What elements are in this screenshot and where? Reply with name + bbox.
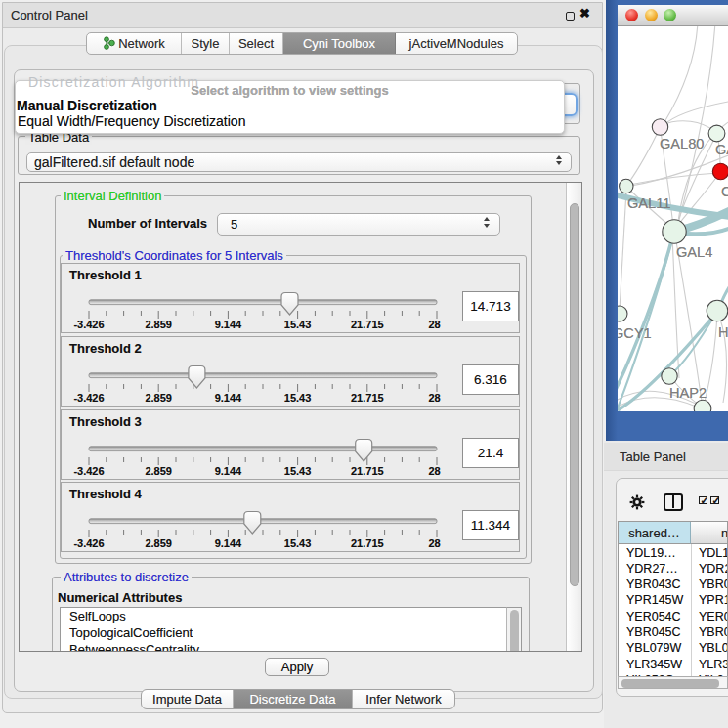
svg-text:28: 28 [428, 319, 440, 330]
svg-text:2.859: 2.859 [145, 319, 172, 330]
svg-text:C: C [721, 184, 728, 199]
svg-text:9.144: 9.144 [215, 537, 242, 549]
svg-text:2.859: 2.859 [145, 465, 172, 477]
svg-text:GAL80: GAL80 [660, 136, 704, 151]
svg-text:GAL11: GAL11 [627, 195, 670, 211]
svg-text:28: 28 [428, 392, 440, 404]
svg-text:H: H [718, 324, 728, 340]
svg-text:28: 28 [428, 465, 440, 477]
svg-text:-3.426: -3.426 [73, 465, 104, 477]
svg-text:HAP2: HAP2 [669, 385, 707, 401]
svg-text:15.43: 15.43 [284, 319, 312, 330]
svg-text:-3.426: -3.426 [73, 392, 104, 404]
svg-text:2.859: 2.859 [145, 392, 172, 404]
svg-text:21.715: 21.715 [351, 465, 384, 477]
svg-text:9.144: 9.144 [215, 392, 242, 404]
svg-text:21.715: 21.715 [351, 319, 384, 330]
svg-text:15.43: 15.43 [284, 465, 312, 477]
svg-text:21.715: 21.715 [351, 537, 384, 549]
svg-text:9.144: 9.144 [215, 465, 242, 477]
svg-text:9.144: 9.144 [215, 319, 242, 330]
svg-text:-3.426: -3.426 [73, 319, 104, 330]
svg-text:28: 28 [428, 537, 440, 549]
svg-text:21.715: 21.715 [351, 392, 384, 404]
svg-text:GAL4: GAL4 [676, 244, 712, 260]
svg-text:15.43: 15.43 [284, 392, 312, 404]
svg-text:15.43: 15.43 [284, 537, 312, 549]
svg-text:GCY1: GCY1 [618, 325, 652, 341]
svg-text:-3.426: -3.426 [73, 537, 104, 549]
svg-text:2.859: 2.859 [145, 537, 172, 549]
svg-text:GA: GA [715, 142, 728, 157]
